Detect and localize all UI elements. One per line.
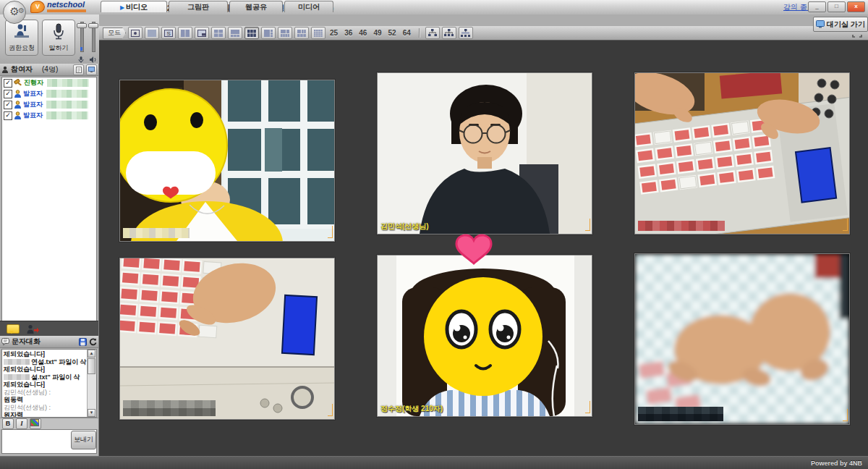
video-3-name-blurred xyxy=(638,221,725,231)
grid-count-25[interactable]: 25 xyxy=(330,29,338,37)
participant-row-host[interactable]: ✓ 진행자 xyxy=(2,77,96,88)
chat-line: 설.txt" 파일이 삭 xyxy=(4,373,88,381)
participant-doc-icon[interactable] xyxy=(73,64,84,75)
chat-line-sender: 김민석(선생님) : xyxy=(4,389,88,397)
participant-row-presenter[interactable]: ✓ 발표자 xyxy=(2,110,96,121)
presenter-person-icon xyxy=(14,90,22,98)
grid-count-49[interactable]: 49 xyxy=(373,29,381,37)
status-bar: Powered by 4NB xyxy=(0,456,868,469)
layout-icon-s[interactable]: S xyxy=(161,27,176,39)
participant-row-presenter[interactable]: ✓ 발표자 xyxy=(2,88,96,99)
chat-title: 문자대화 xyxy=(12,337,77,347)
raise-hand-icon xyxy=(13,23,30,39)
participant-screen-icon[interactable] xyxy=(86,64,97,75)
settings-gear-icon[interactable]: ⚙⚙ xyxy=(3,1,26,24)
speaker-small-icon xyxy=(89,56,96,63)
speak-label: 말하기 xyxy=(49,43,69,53)
layout-icon-pip[interactable] xyxy=(195,27,209,39)
participant-checkbox[interactable]: ✓ xyxy=(4,90,12,98)
video-feed-6[interactable] xyxy=(634,253,850,425)
microphone-icon xyxy=(51,23,67,41)
logo-text: netschool xyxy=(47,1,86,9)
network-tree-icon-3[interactable] xyxy=(459,27,473,39)
video-corner-marker xyxy=(843,409,848,421)
toolbar-separator xyxy=(419,28,420,38)
layout-icon-4x4[interactable] xyxy=(311,27,326,39)
tab-webshare[interactable]: 웹공유 xyxy=(229,1,283,12)
mic-volume-slider[interactable] xyxy=(77,19,85,54)
scroll-thumb[interactable] xyxy=(88,358,95,374)
participant-row-presenter[interactable]: ✓ 발표자 xyxy=(2,99,96,110)
layout-icon-2x2[interactable] xyxy=(211,27,226,39)
tab-video[interactable]: ▶비디오 xyxy=(101,1,167,12)
layout-icon-single[interactable] xyxy=(145,27,159,39)
grid-count-36[interactable]: 36 xyxy=(344,29,352,37)
sidebar: 참여자 (4명) ✓ 진행자 ✓ xyxy=(0,64,99,456)
layout-icon-2plus4[interactable] xyxy=(278,27,292,39)
heart-sticker-icon xyxy=(454,232,493,268)
maximize-button[interactable]: □ xyxy=(827,1,846,12)
participants-title: 참여자 xyxy=(11,64,33,75)
grid-count-52[interactable]: 52 xyxy=(388,29,396,37)
mode-button[interactable]: 모드 xyxy=(103,28,126,39)
participant-name-blurred xyxy=(46,90,88,98)
chat-header-icon xyxy=(1,338,9,345)
svg-text:S: S xyxy=(167,30,171,37)
kick-user-icon[interactable] xyxy=(26,324,39,334)
video-3-content xyxy=(635,73,849,234)
video-4-name-blurred xyxy=(123,400,216,416)
layout-icon-2col[interactable] xyxy=(178,27,192,39)
chat-line-sender: 김민석(선생님) : xyxy=(4,404,88,412)
video-feed-2[interactable]: 김민석(선생님) xyxy=(377,72,592,234)
save-disk-icon[interactable] xyxy=(79,338,87,346)
video-feed-1[interactable] xyxy=(119,80,335,242)
minimize-button[interactable]: _ xyxy=(808,1,826,12)
request-permission-label: 권한요청 xyxy=(9,43,35,53)
color-button[interactable] xyxy=(30,418,41,429)
video-feed-5[interactable]: 정수정(학생 210자) xyxy=(377,255,592,417)
layout-icon-3x2[interactable] xyxy=(244,27,259,39)
speaker-volume-slider[interactable] xyxy=(88,19,97,54)
tab-media[interactable]: 미디어 xyxy=(284,1,333,12)
participant-checkbox[interactable]: ✓ xyxy=(4,111,12,120)
bold-button[interactable]: B xyxy=(2,418,14,429)
participant-checkbox[interactable]: ✓ xyxy=(4,101,12,109)
video-5-name-label: 정수정(학생 210자) xyxy=(380,404,443,414)
video-feed-4[interactable] xyxy=(119,258,335,420)
grid-count-46[interactable]: 46 xyxy=(359,29,367,37)
scroll-down-icon[interactable]: ▼ xyxy=(88,409,95,417)
scroll-up-icon[interactable]: ▲ xyxy=(88,350,95,358)
video-corner-marker xyxy=(585,401,590,413)
presenter-person-icon xyxy=(14,101,22,109)
chat-message-area[interactable]: 제되었습니다] 연설.txt" 파일이 삭 제되었습니다] 설.txt" 파일이… xyxy=(1,349,97,418)
video-toolbar: 모드 S 25 36 46 49 52 64 xyxy=(99,26,868,41)
refresh-icon[interactable] xyxy=(89,338,97,346)
video-4-content xyxy=(120,258,334,419)
video-1-content xyxy=(120,80,334,241)
speak-button[interactable]: 말하기 xyxy=(42,20,75,56)
waiting-room-button[interactable]: 대기실 가기 xyxy=(813,17,868,32)
participant-checkbox[interactable]: ✓ xyxy=(4,79,12,88)
send-button[interactable]: 보내기 xyxy=(71,431,96,449)
chat-bubble-icon[interactable] xyxy=(7,324,20,334)
video-6-name-blurred xyxy=(638,407,723,421)
video-2-content xyxy=(378,73,592,234)
tab-paint[interactable]: 그림판 xyxy=(169,1,228,12)
grid-count-64[interactable]: 64 xyxy=(403,29,411,37)
participant-role: 발표자 xyxy=(23,100,43,109)
close-button[interactable]: x xyxy=(847,1,865,12)
blurred-text xyxy=(4,359,30,365)
layout-icon-1pluscol[interactable] xyxy=(261,27,276,39)
layout-icon-1plus3[interactable] xyxy=(228,27,242,39)
logo-v-icon: V xyxy=(30,1,45,13)
request-permission-button[interactable]: 권한요청 xyxy=(5,20,38,56)
network-tree-icon-2[interactable] xyxy=(442,27,456,39)
chat-scrollbar[interactable]: ▲ ▼ xyxy=(87,350,96,417)
layout-icon-1plus5[interactable] xyxy=(294,27,309,39)
italic-button[interactable]: I xyxy=(16,418,27,429)
tab-strip xyxy=(99,14,868,26)
layout-icon-cam[interactable] xyxy=(128,27,142,39)
video-feed-3[interactable] xyxy=(634,72,850,234)
network-tree-icon-1[interactable] xyxy=(425,27,440,39)
video-corner-marker xyxy=(843,219,848,231)
